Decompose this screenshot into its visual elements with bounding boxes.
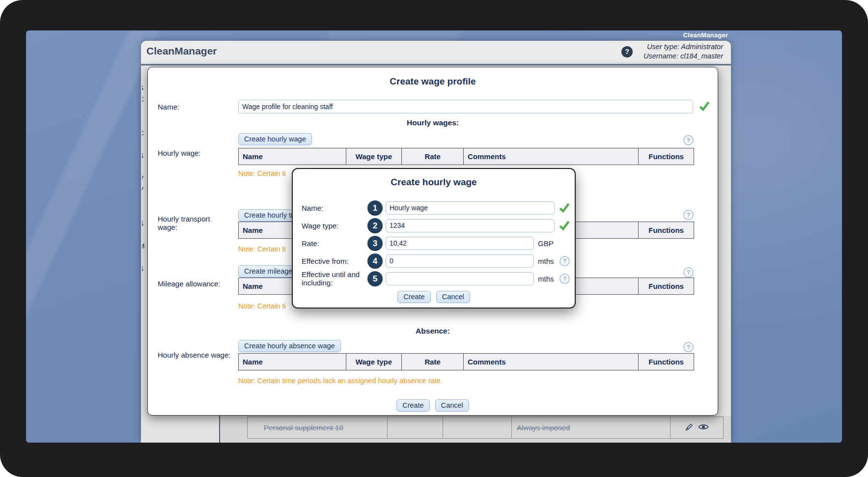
col-rate: Rate (402, 354, 464, 370)
dialog-cancel-button[interactable]: Cancel (435, 399, 469, 412)
modal-rate-label: Rate: (302, 239, 367, 248)
desktop-watermark: CleanManager (683, 31, 728, 39)
modal-effective-from-label: Effective from: (302, 257, 367, 265)
help-icon[interactable]: ? (683, 267, 694, 278)
hourly-absence-wage-table: Name Wage type Rate Comments Functions (238, 353, 694, 370)
pencil-icon[interactable] (684, 422, 694, 433)
create-hourly-wage-modal: Create hourly wage Name: 1 Wage type: 2 … (292, 168, 576, 309)
eye-icon[interactable] (698, 423, 709, 432)
help-icon[interactable]: ? (683, 135, 694, 145)
hourly-wage-label: Hourly wage: (158, 149, 201, 157)
col-name: Name (239, 354, 346, 370)
table-row: Personal supplement 10 Always imposed (247, 417, 724, 439)
dialog-title: Create wage profile (148, 76, 718, 87)
col-functions: Functions (639, 354, 694, 370)
row-wagetype-cell (388, 417, 443, 438)
name-label: Name: (158, 103, 179, 111)
hourly-wage-table: Name Wage type Rate Comments Functions (238, 148, 694, 165)
header-help-icon[interactable]: ? (621, 46, 633, 57)
step-badge-1: 1 (367, 200, 383, 216)
create-hourly-absence-wage-button[interactable]: Create hourly absence wage (238, 340, 341, 352)
help-icon[interactable]: ? (683, 210, 694, 220)
window-header: CleanManager ? User type: Administrator … (141, 41, 731, 65)
hourly-wage-note: Note: Certain ti (238, 169, 286, 177)
months-unit-label: mths (538, 275, 557, 283)
col-comments: Comments (464, 148, 639, 165)
dimmed-page-bottom: Personal supplement 10 Always imposed (141, 416, 731, 443)
col-functions: Functions (639, 222, 694, 238)
valid-check-icon (558, 219, 571, 232)
step-badge-3: 3 (367, 236, 383, 251)
col-comments: Comments (464, 354, 639, 370)
page-sidebar-edge (141, 416, 220, 443)
absence-heading: Absence: (148, 327, 718, 336)
col-functions: Functions (639, 148, 694, 165)
mileage-allowance-label: Mileage allowance: (158, 280, 221, 288)
months-unit-label: mths (538, 257, 557, 265)
row-functions-cell (671, 417, 723, 438)
username-label: Username: cl184_master (644, 52, 723, 61)
col-rate: Rate (402, 148, 464, 165)
valid-check-icon (558, 201, 571, 214)
modal-effective-until-input[interactable] (386, 272, 534, 285)
help-icon[interactable]: ? (683, 342, 694, 352)
modal-cancel-button[interactable]: Cancel (436, 291, 470, 303)
valid-check-icon (698, 100, 711, 112)
modal-effective-until-label: Effective until and including: (302, 270, 367, 287)
row-comment-cell: Always imposed (512, 417, 671, 438)
modal-title: Create hourly wage (293, 177, 575, 188)
step-badge-2: 2 (367, 218, 383, 233)
mileage-note: Note: Certain ti (238, 302, 286, 310)
col-wage-type: Wage type (346, 354, 402, 370)
help-icon[interactable]: ? (560, 256, 570, 266)
profile-name-input[interactable] (238, 100, 693, 113)
step-badge-5: 5 (367, 271, 383, 286)
hourly-transport-wage-label: Hourly transport wage: (158, 215, 229, 231)
currency-unit-label: GBP (538, 239, 557, 248)
modal-name-label: Name: (302, 204, 367, 212)
desktop-background: CleanManager CleanManager ? User type: A… (26, 30, 842, 443)
modal-create-button[interactable]: Create (397, 291, 431, 303)
hourly-absence-note: Note: Certain time periods lack an assig… (238, 377, 443, 385)
hourly-transport-note: Note: Certain ti (238, 245, 286, 253)
modal-wage-type-label: Wage type: (302, 222, 367, 230)
modal-effective-from-input[interactable] (386, 254, 534, 268)
step-badge-4: 4 (367, 253, 383, 269)
row-name-cell: Personal supplement 10 (248, 417, 388, 438)
col-name: Name (239, 148, 346, 165)
row-rate-cell (443, 417, 512, 438)
modal-wage-type-input[interactable] (386, 219, 555, 232)
app-title: CleanManager (146, 45, 217, 57)
user-type-label: User type: Administrator (644, 42, 723, 52)
hourly-wages-heading: Hourly wages: (148, 118, 718, 127)
help-icon[interactable]: ? (560, 274, 570, 284)
col-wage-type: Wage type (346, 148, 402, 165)
modal-name-input[interactable] (386, 201, 555, 215)
dialog-create-button[interactable]: Create (396, 399, 430, 412)
create-hourly-wage-button[interactable]: Create hourly wage (238, 133, 312, 145)
hourly-absence-wage-label: Hourly absence wage: (158, 351, 230, 359)
col-functions: Functions (639, 278, 694, 294)
user-info: User type: Administrator Username: cl184… (644, 42, 723, 61)
modal-rate-input[interactable] (386, 237, 534, 250)
